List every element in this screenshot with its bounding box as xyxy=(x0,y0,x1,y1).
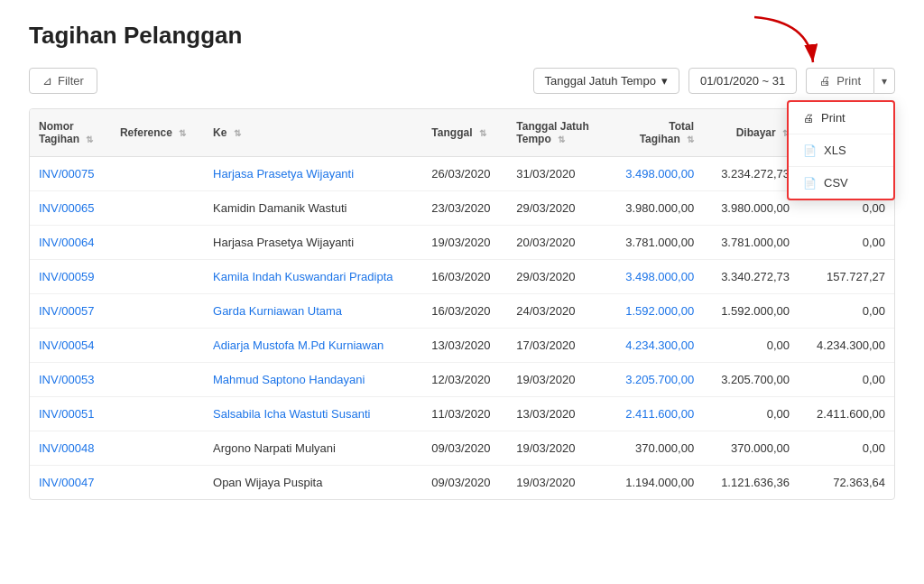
cell-jatuh-tempo: 29/03/2020 xyxy=(507,191,607,226)
col-reference: Reference ⇅ xyxy=(111,109,204,157)
date-field-dropdown[interactable]: Tanggal Jatuh Tempo xyxy=(533,68,679,94)
cell-jatuh-tempo: 24/03/2020 xyxy=(507,294,607,329)
cell-sisa: 157.727,27 xyxy=(799,260,894,294)
cell-sisa: 0,00 xyxy=(799,431,894,466)
col-total-tagihan: TotalTagihan ⇅ xyxy=(607,109,703,157)
cell-reference xyxy=(111,260,204,294)
sort-icon-nomor: ⇅ xyxy=(86,134,93,144)
cell-dibayar: 0,00 xyxy=(703,397,799,431)
cell-dibayar: 3.781.000,00 xyxy=(703,226,799,260)
table-row: INV/00054 Adiarja Mustofa M.Pd Kurniawan… xyxy=(30,329,894,363)
csv-icon: 📄 xyxy=(803,177,817,190)
print-menu-label: Print xyxy=(821,111,845,125)
cell-tanggal: 12/03/2020 xyxy=(422,363,507,397)
col-dibayar: Dibayar ⇅ xyxy=(703,109,799,157)
cell-total: 4.234.300,00 xyxy=(607,329,703,363)
cell-reference xyxy=(111,397,204,431)
cell-tanggal: 16/03/2020 xyxy=(422,294,507,329)
table-row: INV/00065 Kamidin Damanik Wastuti 23/03/… xyxy=(30,191,894,226)
cell-total: 2.411.600,00 xyxy=(607,397,703,431)
cell-reference xyxy=(111,431,204,466)
cell-dibayar: 370.000,00 xyxy=(703,431,799,466)
cell-dibayar: 3.205.700,00 xyxy=(703,363,799,397)
cell-jatuh-tempo: 29/03/2020 xyxy=(507,260,607,294)
cell-tanggal: 23/03/2020 xyxy=(422,191,507,226)
cell-tanggal: 09/03/2020 xyxy=(422,431,507,466)
cell-ke: Garda Kurniawan Utama xyxy=(204,294,422,329)
csv-label: CSV xyxy=(824,176,848,190)
cell-ke: Kamila Indah Kuswandari Pradipta xyxy=(204,260,422,294)
cell-nomor: INV/00075 xyxy=(30,157,111,191)
cell-nomor: INV/00048 xyxy=(30,431,111,466)
cell-nomor: INV/00057 xyxy=(30,294,111,329)
invoice-table-container: NomorTagihan ⇅ Reference ⇅ Ke ⇅ Tanggal … xyxy=(29,108,895,500)
cell-reference xyxy=(111,294,204,329)
cell-ke: Harjasa Prasetya Wijayanti xyxy=(204,157,422,191)
cell-jatuh-tempo: 31/03/2020 xyxy=(507,157,607,191)
print-label: Print xyxy=(836,74,861,88)
cell-sisa: 0,00 xyxy=(799,226,894,260)
table-row: INV/00048 Argono Narpati Mulyani 09/03/2… xyxy=(30,431,894,466)
sort-icon-total: ⇅ xyxy=(687,134,694,144)
sort-icon-tanggal: ⇅ xyxy=(479,128,486,138)
cell-dibayar: 1.121.636,36 xyxy=(703,466,799,500)
date-range-display[interactable]: 01/01/2020 ~ 31 xyxy=(688,68,797,94)
cell-nomor: INV/00053 xyxy=(30,363,111,397)
cell-ke: Mahmud Saptono Handayani xyxy=(204,363,422,397)
cell-reference xyxy=(111,329,204,363)
dropdown-item-csv[interactable]: 📄 CSV xyxy=(789,167,893,199)
chevron-down-icon: ▾ xyxy=(882,75,887,88)
print-button[interactable]: 🖨 Print xyxy=(806,68,873,94)
cell-total: 370.000,00 xyxy=(607,431,703,466)
cell-tanggal: 19/03/2020 xyxy=(422,226,507,260)
cell-nomor: INV/00059 xyxy=(30,260,111,294)
print-dropdown-toggle[interactable]: ▾ xyxy=(873,68,895,94)
col-tanggal: Tanggal ⇅ xyxy=(422,109,507,157)
cell-reference xyxy=(111,466,204,500)
toolbar: ⊿ Filter Tanggal Jatuh Tempo 01/01/2020 … xyxy=(29,68,895,94)
cell-reference xyxy=(111,226,204,260)
export-dropdown-menu: 🖨 Print 📄 XLS 📄 CSV xyxy=(787,100,895,200)
cell-total: 3.205.700,00 xyxy=(607,363,703,397)
cell-dibayar: 3.340.272,73 xyxy=(703,260,799,294)
cell-sisa: 0,00 xyxy=(799,363,894,397)
cell-sisa: 72.363,64 xyxy=(799,466,894,500)
cell-ke: Harjasa Prasetya Wijayanti xyxy=(204,226,422,260)
sort-icon-jatuh-tempo: ⇅ xyxy=(558,134,565,144)
cell-jatuh-tempo: 13/03/2020 xyxy=(507,397,607,431)
xls-label: XLS xyxy=(824,144,846,157)
cell-total: 3.781.000,00 xyxy=(607,226,703,260)
table-row: INV/00053 Mahmud Saptono Handayani 12/03… xyxy=(30,363,894,397)
col-tanggal-jatuh-tempo: Tanggal JatuhTempo ⇅ xyxy=(507,109,607,157)
cell-dibayar: 3.980.000,00 xyxy=(703,191,799,226)
cell-nomor: INV/00054 xyxy=(30,329,111,363)
dropdown-item-xls[interactable]: 📄 XLS xyxy=(789,134,893,167)
cell-ke: Adiarja Mustofa M.Pd Kurniawan xyxy=(204,329,422,363)
cell-nomor: INV/00065 xyxy=(30,191,111,226)
cell-ke: Kamidin Damanik Wastuti xyxy=(204,191,422,226)
cell-jatuh-tempo: 19/03/2020 xyxy=(507,431,607,466)
cell-total: 3.498.000,00 xyxy=(607,260,703,294)
print-group: 🖨 Print ▾ 🖨 Print 📄 XLS xyxy=(806,68,895,94)
cell-total: 3.498.000,00 xyxy=(607,157,703,191)
dropdown-item-print[interactable]: 🖨 Print xyxy=(789,102,893,134)
cell-ke: Opan Wijaya Puspita xyxy=(204,466,422,500)
cell-reference xyxy=(111,191,204,226)
table-row: INV/00064 Harjasa Prasetya Wijayanti 19/… xyxy=(30,226,894,260)
cell-tanggal: 16/03/2020 xyxy=(422,260,507,294)
chevron-down-icon xyxy=(661,74,668,88)
page-container: Tagihan Pelanggan ⊿ Filter Tanggal Jatuh… xyxy=(0,0,924,522)
cell-nomor: INV/00064 xyxy=(30,226,111,260)
table-row: INV/00047 Opan Wijaya Puspita 09/03/2020… xyxy=(30,466,894,500)
filter-label: Filter xyxy=(58,74,84,88)
cell-dibayar: 3.234.272,73 xyxy=(703,157,799,191)
cell-sisa: 0,00 xyxy=(799,294,894,329)
cell-nomor: INV/00051 xyxy=(30,397,111,431)
invoice-table: NomorTagihan ⇅ Reference ⇅ Ke ⇅ Tanggal … xyxy=(30,109,894,499)
col-nomor-tagihan: NomorTagihan ⇅ xyxy=(30,109,111,157)
cell-tanggal: 11/03/2020 xyxy=(422,397,507,431)
filter-icon: ⊿ xyxy=(42,74,52,88)
filter-button[interactable]: ⊿ Filter xyxy=(29,68,97,94)
print-menu-icon: 🖨 xyxy=(803,112,814,125)
table-row: INV/00051 Salsabila Icha Wastuti Susanti… xyxy=(30,397,894,431)
